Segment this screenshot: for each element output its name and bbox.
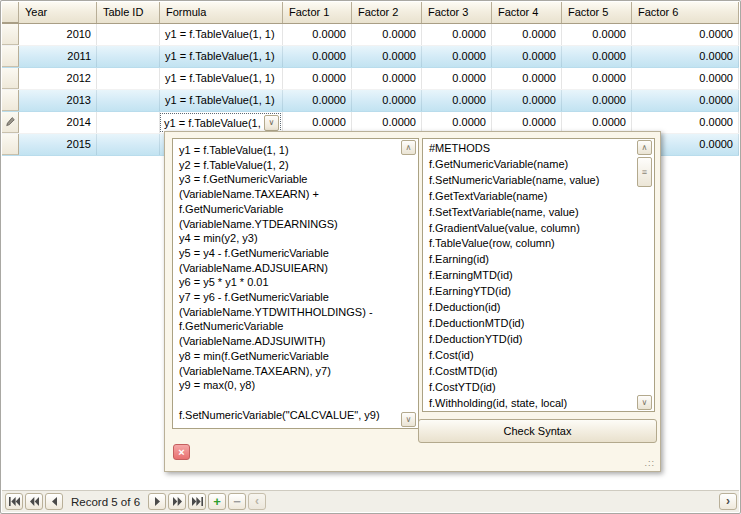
factor-cell[interactable]: 0.0000 [352,46,422,67]
column-header-factor-6[interactable]: Factor 6 [632,2,739,23]
table-id-cell[interactable] [97,112,160,133]
factor-cell[interactable]: 0.0000 [632,24,739,45]
method-item[interactable]: f.EarningMTD(id) [423,268,636,284]
factor-cell[interactable]: 0.0000 [562,46,632,67]
prev-record-button[interactable] [45,493,63,510]
formula-cell[interactable]: y1 = f.TableValue(1, 1) [160,46,283,67]
factor-cell[interactable]: 0.0000 [283,90,352,111]
factor-cell[interactable]: 0.0000 [352,68,422,89]
factor-cell[interactable]: 0.0000 [492,112,562,133]
factor-cell[interactable]: 0.0000 [632,112,739,133]
row-header[interactable] [2,24,19,45]
scrollbar-thumb[interactable]: ≡ [637,157,652,187]
factor-cell[interactable]: 0.0000 [352,112,422,133]
scroll-up-icon[interactable]: ∧ [401,140,416,155]
delete-record-button[interactable]: − [228,493,246,510]
table-id-cell[interactable] [97,134,160,155]
scroll-left-button[interactable]: ‹ [248,493,266,510]
year-cell[interactable]: 2011 [19,46,97,67]
factor-cell[interactable]: 0.0000 [283,112,352,133]
factor-cell[interactable]: 0.0000 [632,68,739,89]
method-item[interactable]: f.TableValue(row, column) [423,236,636,252]
table-row[interactable]: 2011y1 = f.TableValue(1, 1)0.00000.00000… [2,46,739,68]
factor-cell[interactable]: 0.0000 [283,24,352,45]
horizontal-scroll-track[interactable] [268,493,717,510]
method-item[interactable]: f.SetTextVariable(name, value) [423,205,636,221]
factor-cell[interactable]: 0.0000 [352,90,422,111]
method-item[interactable]: f.DeductionYTD(id) [423,332,636,348]
next-record-button[interactable] [148,493,166,510]
formula-editor-text[interactable]: y1 = f.TableValue(1, 1) y2 = f.TableValu… [179,143,398,424]
table-row[interactable]: 2013y1 = f.TableValue(1, 1)0.00000.00000… [2,90,739,112]
method-item[interactable]: f.CostMTD(id) [423,364,636,380]
method-item[interactable]: f.Earning(id) [423,252,636,268]
method-item[interactable]: f.Cost(id) [423,348,636,364]
formula-cell[interactable]: y1 = f.TableValue(1, 1) [160,68,283,89]
column-header-factor-5[interactable]: Factor 5 [562,2,632,23]
table-row[interactable]: 2012y1 = f.TableValue(1, 1)0.00000.00000… [2,68,739,90]
formula-editor-textarea[interactable]: y1 = f.TableValue(1, 1) y2 = f.TableValu… [172,138,419,429]
year-cell[interactable]: 2012 [19,68,97,89]
column-header-factor-4[interactable]: Factor 4 [492,2,562,23]
table-id-cell[interactable] [97,24,160,45]
next-page-button[interactable] [168,493,186,510]
resize-grip[interactable]: .:: [644,458,655,468]
row-header[interactable] [2,134,19,155]
row-header[interactable] [2,90,19,111]
factor-cell[interactable]: 0.0000 [632,90,739,111]
close-editor-button[interactable]: × [173,444,190,460]
method-item[interactable]: f.Withholding(id, state, local) [423,396,636,412]
factor-cell[interactable]: 0.0000 [492,46,562,67]
methods-scrollbar[interactable]: ∧ ≡ ∨ [637,140,653,410]
factor-cell[interactable]: 0.0000 [632,46,739,67]
method-item[interactable]: f.Deduction(id) [423,300,636,316]
table-id-cell[interactable] [97,46,160,67]
factor-cell[interactable]: 0.0000 [562,68,632,89]
factor-cell[interactable]: 0.0000 [562,24,632,45]
year-cell[interactable]: 2013 [19,90,97,111]
factor-cell[interactable]: 0.0000 [422,46,492,67]
factor-cell[interactable]: 0.0000 [492,24,562,45]
scroll-up-icon[interactable]: ∧ [637,140,652,155]
method-item[interactable]: f.DeductionMTD(id) [423,316,636,332]
formula-cell[interactable]: y1 = f.TableValue(1, 1) [160,24,283,45]
column-header-year[interactable]: Year [19,2,97,23]
add-record-button[interactable]: + [208,493,226,510]
method-item[interactable]: f.GradientValue(value, column) [423,221,636,237]
factor-cell[interactable]: 0.0000 [283,46,352,67]
year-cell[interactable]: 2014 [19,112,97,133]
formula-editor-scrollbar[interactable]: ∧ ∨ [401,140,417,427]
factor-cell[interactable]: 0.0000 [562,112,632,133]
table-id-cell[interactable] [97,68,160,89]
column-header-factor-3[interactable]: Factor 3 [422,2,492,23]
last-record-button[interactable] [188,493,206,510]
row-header[interactable] [2,46,19,67]
table-row[interactable]: 2010y1 = f.TableValue(1, 1)0.00000.00000… [2,24,739,46]
column-header-factor-2[interactable]: Factor 2 [352,2,422,23]
formula-cell[interactable]: y1 = f.TableValue(1, 1) [160,90,283,111]
factor-cell[interactable]: 0.0000 [562,90,632,111]
dropdown-button[interactable]: ∨ [264,115,279,131]
year-cell[interactable]: 2010 [19,24,97,45]
method-item[interactable]: f.GetTextVariable(name) [423,189,636,205]
factor-cell[interactable]: 0.0000 [422,24,492,45]
year-cell[interactable]: 2015 [19,134,97,155]
row-header[interactable] [2,68,19,89]
check-syntax-button[interactable]: Check Syntax [418,419,657,443]
column-header-formula[interactable]: Formula [160,2,283,23]
method-item[interactable]: f.EarningYTD(id) [423,284,636,300]
prev-page-button[interactable] [25,493,43,510]
formula-editor-value[interactable]: y1 = f.TableValue(1, [161,117,264,129]
method-item[interactable]: f.SetNumericVariable(name, value) [423,173,636,189]
column-header-table-id[interactable]: Table ID [97,2,160,23]
factor-cell[interactable]: 0.0000 [422,90,492,111]
column-header-factor-1[interactable]: Factor 1 [283,2,352,23]
factor-cell[interactable]: 0.0000 [492,68,562,89]
factor-cell[interactable]: 0.0000 [492,90,562,111]
scroll-down-icon[interactable]: ∨ [637,395,652,410]
scroll-right-button[interactable]: › [719,493,737,510]
factor-cell[interactable]: 0.0000 [422,68,492,89]
method-item[interactable]: f.CostYTD(id) [423,380,636,396]
table-id-cell[interactable] [97,90,160,111]
factor-cell[interactable]: 0.0000 [283,68,352,89]
